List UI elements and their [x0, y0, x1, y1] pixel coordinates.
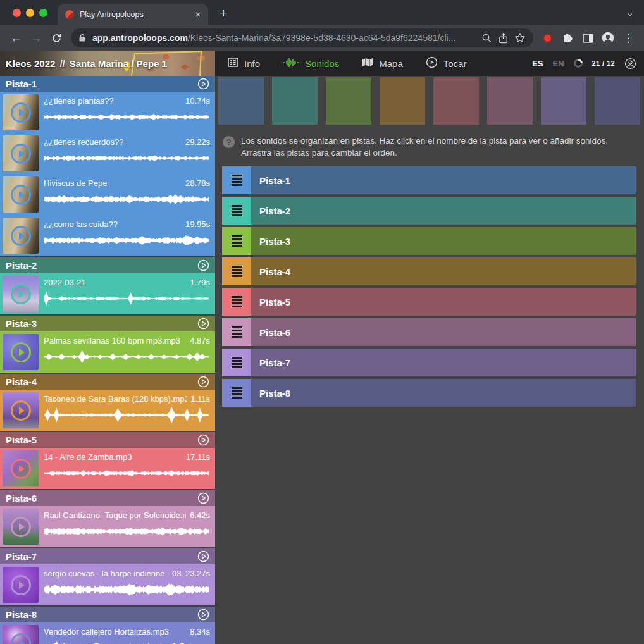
share-icon[interactable] [498, 33, 508, 44]
drag-handle-Pista-6[interactable] [222, 318, 251, 346]
url-bar[interactable]: app.antropoloops.com/Kleos-Santa-Marina/… [71, 28, 533, 47]
language-en[interactable]: EN [552, 59, 564, 68]
swatch-Pista-2[interactable] [272, 77, 318, 125]
drag-handle-Pista-3[interactable] [222, 227, 251, 255]
sidebar-track-header-Pista-5[interactable]: Pista-5 [0, 432, 215, 448]
sidebar-track-header-Pista-1[interactable]: Pista-1 [0, 76, 215, 92]
play-track-icon[interactable] [197, 492, 209, 504]
track-name-button-Pista-6[interactable]: Pista-6 [251, 318, 636, 346]
forward-button[interactable]: → [27, 28, 46, 47]
play-track-icon[interactable] [197, 434, 209, 446]
sidebar-track-header-Pista-2[interactable]: Pista-2 [0, 257, 215, 273]
swatch-Pista-1[interactable] [218, 77, 264, 125]
swatch-Pista-6[interactable] [487, 77, 533, 125]
drag-handle-Pista-1[interactable] [222, 166, 251, 194]
clip-Pista-1-4[interactable]: ¿¿como las cuida??19.95s [0, 215, 215, 256]
play-track-icon[interactable] [197, 376, 209, 388]
swatch-Pista-3[interactable] [326, 77, 371, 125]
play-track-icon[interactable] [197, 78, 209, 90]
side-panel-icon[interactable] [578, 28, 597, 47]
url-text[interactable]: app.antropoloops.com/Kleos-Santa-Marina/… [92, 33, 475, 43]
tab-search-chevron-icon[interactable]: ⌄ [626, 7, 634, 18]
nav-info[interactable]: Info [228, 58, 260, 69]
clip-Pista-5-1[interactable]: 14 - Aire de Zamba.mp317.11s [0, 448, 215, 489]
new-tab-button[interactable]: + [220, 6, 227, 20]
track-name-button-Pista-2[interactable]: Pista-2 [251, 197, 636, 225]
clip-Pista-6-1[interactable]: Raul Cantizano- Toque por Solenoide.mp36… [0, 506, 215, 547]
swatch-Pista-4[interactable] [380, 77, 425, 125]
clip-play-overlay-icon[interactable] [11, 517, 31, 537]
nav-info-label: Info [244, 58, 260, 69]
clip-Pista-4-1[interactable]: Taconeo de Sara Baras (128 kbps).mp31.11… [0, 390, 215, 431]
track-name-button-Pista-3[interactable]: Pista-3 [251, 227, 636, 255]
clip-play-overlay-icon[interactable] [11, 400, 31, 421]
track-list: Pista-1Pista-2Pista-3Pista-4Pista-5Pista… [222, 166, 636, 407]
nav-tocar[interactable]: Tocar [426, 56, 467, 70]
clip-duration: 10.74s [185, 96, 210, 106]
sidebar-track-header-Pista-7[interactable]: Pista-7 [0, 548, 215, 564]
drag-handle-Pista-2[interactable] [222, 197, 251, 225]
track-name-button-Pista-7[interactable]: Pista-7 [251, 349, 636, 376]
account-icon[interactable] [624, 58, 636, 70]
clip-Pista-1-1[interactable]: ¿¿tienes plantas??10.74s [0, 92, 215, 133]
nav-sonidos[interactable]: Sonidos [283, 58, 339, 70]
clip-play-overlay-icon[interactable] [11, 185, 31, 205]
clip-Pista-1-3[interactable]: Hiviscus de Pepe28.78s [0, 174, 215, 215]
sidebar-track-header-Pista-3[interactable]: Pista-3 [0, 316, 215, 331]
sidebar-track-header-Pista-8[interactable]: Pista-8 [0, 607, 215, 622]
clip-play-overlay-icon[interactable] [11, 102, 31, 123]
zoom-page-icon[interactable] [481, 33, 492, 44]
clip-play-overlay-icon[interactable] [11, 144, 31, 164]
play-track-icon[interactable] [197, 259, 209, 271]
nav-mapa[interactable]: Mapa [362, 58, 403, 69]
language-es[interactable]: ES [532, 59, 543, 68]
swatch-Pista-5[interactable] [433, 77, 479, 125]
close-window-button[interactable] [13, 9, 21, 17]
play-track-icon[interactable] [197, 550, 209, 562]
help-row: ? Los sonidos se organizan en pistas. Ha… [223, 135, 628, 159]
breadcrumb[interactable]: Kleos 2022 // Santa Marina / Pepe 1 [0, 51, 215, 76]
tab-close-icon[interactable]: × [195, 10, 201, 19]
browser-menu-icon[interactable]: ⋮ [619, 28, 638, 47]
clip-play-overlay-icon[interactable] [11, 342, 31, 362]
loop-progress-spinner [572, 57, 585, 70]
track-name-button-Pista-4[interactable]: Pista-4 [251, 257, 636, 285]
back-button[interactable]: ← [6, 28, 25, 47]
swatch-Pista-8[interactable] [595, 77, 640, 125]
clip-Pista-1-2[interactable]: ¿¿tienes recuerdos??29.22s [0, 133, 215, 174]
clip-Pista-2-1[interactable]: 2022-03-211.79s [0, 273, 215, 314]
swatch-Pista-7[interactable] [541, 77, 586, 125]
clip-Pista-8-1[interactable]: Vendedor callejero Hortalizas.mp38.34s [0, 622, 215, 644]
breadcrumb-project[interactable]: Kleos 2022 [6, 58, 55, 69]
clip-Pista-3-1[interactable]: Palmas sevillanas 160 bpm mp3.mp34.87s [0, 331, 215, 373]
sidebar-track-title: Pista-7 [6, 551, 37, 562]
sidebar-track-header-Pista-4[interactable]: Pista-4 [0, 374, 215, 390]
clip-info: ¿¿como las cuida??19.95s [44, 218, 210, 254]
drag-handle-Pista-5[interactable] [222, 288, 251, 316]
extensions-puzzle-icon[interactable] [558, 28, 577, 47]
zoom-window-button[interactable] [39, 9, 47, 17]
minimize-window-button[interactable] [26, 9, 34, 17]
clip-play-overlay-icon[interactable] [11, 633, 31, 644]
play-track-icon[interactable] [197, 318, 209, 330]
play-track-icon[interactable] [197, 609, 209, 621]
track-name-button-Pista-8[interactable]: Pista-8 [251, 379, 636, 407]
breadcrumb-text: Kleos 2022 // Santa Marina / Pepe 1 [6, 51, 167, 76]
recording-extension-icon[interactable] [543, 34, 552, 43]
drag-handle-Pista-4[interactable] [222, 257, 251, 285]
bookmark-star-icon[interactable] [514, 32, 526, 44]
profile-avatar[interactable] [598, 28, 617, 47]
drag-handle-Pista-8[interactable] [222, 379, 251, 407]
lock-icon[interactable] [78, 34, 86, 42]
clip-play-overlay-icon[interactable] [11, 575, 31, 595]
clip-play-overlay-icon[interactable] [11, 284, 31, 304]
browser-tab[interactable]: Play Antropoloops × [58, 4, 208, 25]
sidebar-track-header-Pista-6[interactable]: Pista-6 [0, 490, 215, 506]
track-name-button-Pista-5[interactable]: Pista-5 [251, 288, 636, 316]
drag-handle-Pista-7[interactable] [222, 349, 251, 376]
reload-button[interactable] [47, 28, 66, 47]
clip-Pista-7-1[interactable]: sergio cuevas - la harpe indienne - 03 -… [0, 564, 215, 605]
track-name-button-Pista-1[interactable]: Pista-1 [251, 166, 636, 194]
clip-play-overlay-icon[interactable] [11, 226, 31, 246]
clip-play-overlay-icon[interactable] [11, 459, 31, 479]
